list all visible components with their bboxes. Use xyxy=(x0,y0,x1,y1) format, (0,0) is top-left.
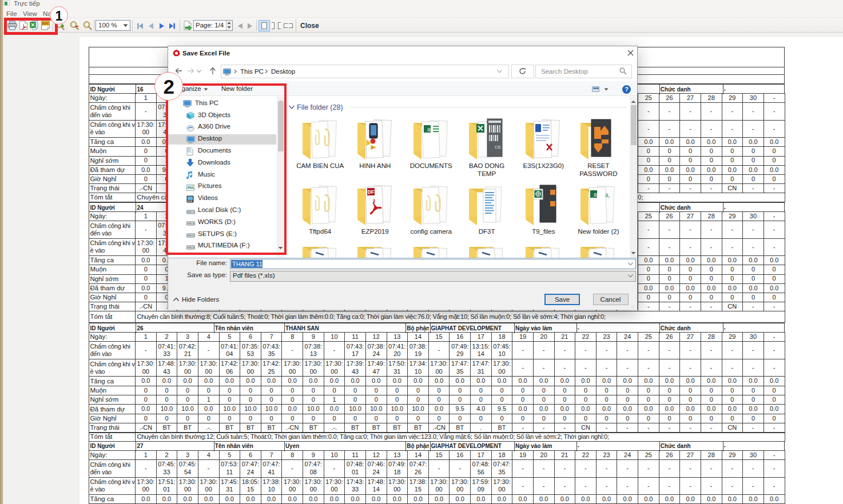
svg-text:CE: CE xyxy=(495,145,501,150)
svg-text:a,: a, xyxy=(594,191,598,198)
svg-text:DF: DF xyxy=(368,189,374,195)
svg-text:a,: a, xyxy=(427,126,432,133)
svg-text:a,: a, xyxy=(605,192,610,198)
